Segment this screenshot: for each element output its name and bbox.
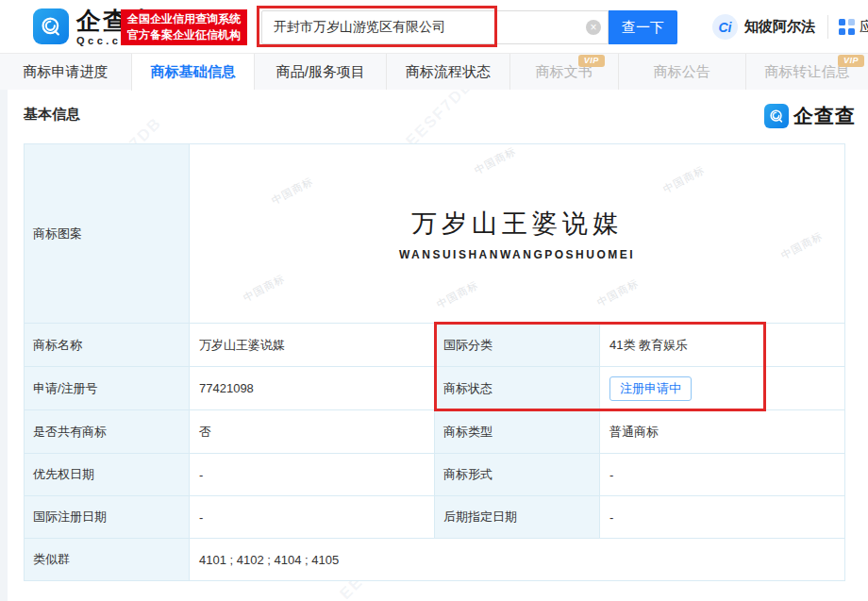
field-label-intl-reg-date: 国际注册日期 xyxy=(25,496,190,539)
basic-info-table: 商标图案 中国商标 中国商标 中国商标 中国商标 中国商标 中国商标 中国商标 … xyxy=(24,143,845,581)
field-label-trademark-form: 商标形式 xyxy=(435,454,600,496)
field-label-shared: 是否共有商标 xyxy=(25,410,190,454)
table-row: 商标名称 万岁山王婆说媒 国际分类 41类 教育娱乐 xyxy=(25,324,845,367)
search-button[interactable]: 查一下 xyxy=(609,10,677,44)
field-label-priority-date: 优先权日期 xyxy=(25,454,190,496)
field-value-intl-reg-date: - xyxy=(190,496,435,539)
field-value-priority-date: - xyxy=(190,454,435,496)
corner-brand-logo: 企查查 xyxy=(764,103,856,129)
slogan-badge: 全国企业信用查询系统 官方备案企业征信机构 xyxy=(121,9,247,45)
table-row: 国际注册日期 - 后期指定日期 - xyxy=(25,496,845,539)
tab-label: 商标公告 xyxy=(654,63,710,81)
tab-basic-info[interactable]: 商标基础信息 xyxy=(131,54,254,91)
tab-documents[interactable]: 商标文书 VIP xyxy=(509,54,618,90)
table-row: 优先权日期 - 商标形式 - xyxy=(25,454,845,496)
field-label-later-designation-date: 后期指定日期 xyxy=(435,496,600,539)
tab-label: 商标流程状态 xyxy=(406,63,491,81)
header-divider xyxy=(827,15,828,39)
field-value-trademark-form: - xyxy=(600,454,845,496)
tab-goods-services[interactable]: 商品/服务项目 xyxy=(254,54,386,90)
page-root: EESF7DB EESF7DB EESF7DB EESF7DB EESF7DB … xyxy=(0,0,868,601)
field-value-trademark-name: 万岁山王婆说媒 xyxy=(190,324,435,367)
qcc-logo-icon xyxy=(33,8,69,44)
tab-label: 商品/服务项目 xyxy=(276,63,365,81)
table-row: 申请/注册号 77421098 商标状态 注册申请中 xyxy=(25,367,845,410)
field-value-shared: 否 xyxy=(190,410,435,454)
vip-badge: VIP xyxy=(838,55,864,67)
header: 企查查 Qcc.com 全国企业信用查询系统 官方备案企业征信机构 × 查一下 … xyxy=(0,0,868,53)
trademark-image-cell: 中国商标 中国商标 中国商标 中国商标 中国商标 中国商标 中国商标 万岁山王婆… xyxy=(190,144,845,324)
table-row: 商标图案 中国商标 中国商标 中国商标 中国商标 中国商标 中国商标 中国商标 … xyxy=(25,144,845,324)
tab-gazette[interactable]: 商标公告 xyxy=(618,54,745,90)
tab-transfer-info[interactable]: 商标转让信息 VIP xyxy=(745,54,868,90)
field-value-similar-group: 4101 ; 4102 ; 4104 ; 4105 xyxy=(190,539,845,581)
slogan-line-2: 官方备案企业征信机构 xyxy=(127,27,241,43)
search-input[interactable] xyxy=(261,10,609,44)
section-title: 基本信息 xyxy=(24,106,80,124)
status-badge: 注册申请中 xyxy=(609,376,692,401)
apps-menu[interactable]: 应 xyxy=(839,18,868,36)
field-value-intl-class: 41类 教育娱乐 xyxy=(600,324,845,367)
zhibi-alpha-link[interactable]: Ci 知彼阿尔法 xyxy=(712,14,815,40)
apps-grid-icon xyxy=(839,19,855,35)
page-left-gutter xyxy=(0,90,8,601)
trademark-image-subtitle: WANSUISHANWANGPOSHUOMEI xyxy=(399,248,635,261)
slogan-line-1: 全国企业信用查询系统 xyxy=(127,11,241,27)
clear-search-icon[interactable]: × xyxy=(586,20,601,35)
field-value-reg-number: 77421098 xyxy=(190,367,435,410)
field-label-similar-group: 类似群 xyxy=(25,539,190,581)
field-value-trademark-status: 注册申请中 xyxy=(600,367,845,410)
tab-label: 商标转让信息 xyxy=(764,63,849,81)
zhibi-alpha-label: 知彼阿尔法 xyxy=(744,18,815,36)
field-label-trademark-status: 商标状态 xyxy=(435,367,600,410)
field-value-trademark-type: 普通商标 xyxy=(600,410,845,454)
apps-label: 应 xyxy=(860,18,868,36)
trademark-image-title: 万岁山王婆说媒 xyxy=(411,207,623,241)
field-label-trademark-image: 商标图案 xyxy=(25,144,190,324)
qcc-logo-icon xyxy=(764,104,789,128)
field-label-reg-number: 申请/注册号 xyxy=(25,367,190,410)
tab-process-status[interactable]: 商标流程状态 xyxy=(386,54,509,90)
tab-label: 商标申请进度 xyxy=(24,63,108,81)
vip-badge: VIP xyxy=(578,55,605,67)
field-value-later-designation-date: - xyxy=(600,496,845,539)
tab-label: 商标基础信息 xyxy=(151,63,236,81)
trademark-image: 万岁山王婆说媒 WANSUISHANWANGPOSHUOMEI xyxy=(190,144,844,323)
tab-bar: 商标申请进度 商标基础信息 商品/服务项目 商标流程状态 商标文书 VIP 商标… xyxy=(0,53,868,90)
table-row: 是否共有商标 否 商标类型 普通商标 xyxy=(25,410,845,454)
tab-application-progress[interactable]: 商标申请进度 xyxy=(0,54,131,90)
zhibi-alpha-icon: Ci xyxy=(712,14,738,40)
field-label-trademark-type: 商标类型 xyxy=(435,410,600,454)
corner-brand-label: 企查查 xyxy=(793,103,856,129)
field-label-trademark-name: 商标名称 xyxy=(25,324,190,367)
table-row: 类似群 4101 ; 4102 ; 4104 ; 4105 xyxy=(25,539,845,581)
field-label-intl-class: 国际分类 xyxy=(435,324,600,367)
